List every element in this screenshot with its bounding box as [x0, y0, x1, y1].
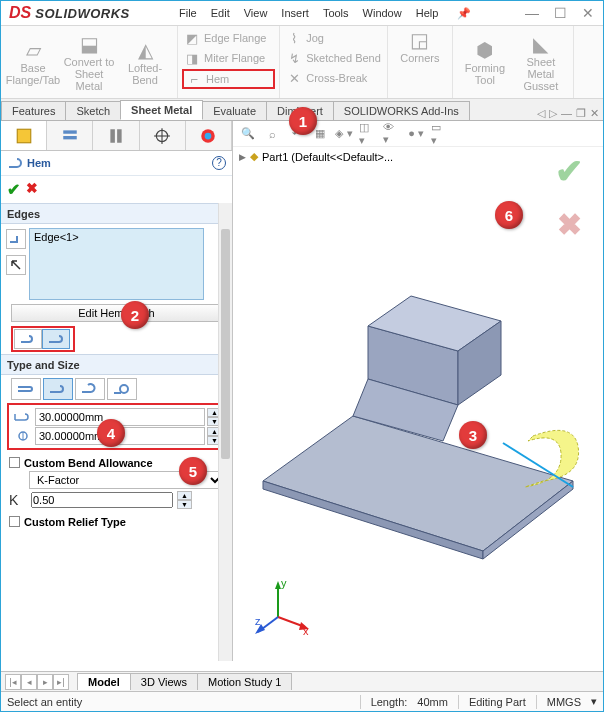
hem-type-group — [11, 378, 222, 400]
close-button[interactable]: ✕ — [577, 5, 599, 21]
menu-insert[interactable]: Insert — [281, 7, 309, 20]
part-name[interactable]: Part1 (Default<<Default>... — [262, 151, 393, 163]
display-style-icon[interactable]: ◫ ▾ — [359, 125, 377, 143]
tab-first-icon[interactable]: |◂ — [5, 674, 21, 690]
reverse-direction-icon[interactable] — [6, 255, 26, 275]
edit-appearance-icon[interactable]: ● ▾ — [407, 125, 425, 143]
hide-show-icon[interactable]: 👁 ▾ — [383, 125, 401, 143]
hem-icon — [7, 155, 23, 171]
cmd-lofted-bend[interactable]: ◭Lofted-Bend — [117, 38, 173, 86]
feature-tree-flyout[interactable]: ▶ ◆ Part1 (Default<<Default>... — [233, 147, 603, 166]
type-closed[interactable] — [11, 378, 41, 400]
svg-rect-1 — [63, 130, 77, 133]
zoom-area-icon[interactable]: ⌕ — [263, 125, 281, 143]
doc-close-icon[interactable]: ✕ — [590, 107, 599, 120]
status-units-dropdown-icon[interactable]: ▾ — [591, 695, 597, 708]
confirmation-corner: ✔ ✖ — [555, 151, 583, 242]
checkbox-icon — [9, 457, 20, 468]
callout-4: 4 — [97, 419, 125, 447]
menu-view[interactable]: View — [244, 7, 268, 20]
callout-3: 3 — [459, 421, 487, 449]
status-prompt: Select an entity — [7, 696, 82, 708]
tab-evaluate[interactable]: Evaluate — [202, 101, 267, 120]
svg-rect-3 — [110, 129, 115, 143]
apply-scene-icon[interactable]: ▭ ▾ — [431, 125, 449, 143]
cmd-corners[interactable]: ◲Corners — [392, 28, 448, 64]
tab-nav-next-icon[interactable]: ▷ — [549, 107, 557, 120]
panel-tab-appearance[interactable] — [186, 121, 232, 150]
menu-help[interactable]: Help — [416, 7, 439, 20]
tab-last-icon[interactable]: ▸| — [53, 674, 69, 690]
position-bend-outside[interactable] — [42, 329, 70, 349]
cmd-base-flange[interactable]: ▱Base Flange/Tab — [5, 38, 61, 86]
accept-feature-icon[interactable]: ✔ — [555, 151, 583, 191]
cmd-jog[interactable]: ⌇Jog — [284, 29, 383, 47]
doc-restore-icon[interactable]: ❐ — [576, 107, 586, 120]
edge-select-tool-icon[interactable] — [6, 229, 26, 249]
cmd-cross-break[interactable]: ✕Cross-Break — [284, 69, 383, 87]
cmd-hem[interactable]: ⌐Hem — [182, 69, 275, 89]
status-length-value: 40mm — [417, 696, 448, 708]
status-units[interactable]: MMGS — [547, 696, 581, 708]
section-type-size[interactable]: Type and Size˄ — [1, 354, 232, 375]
doc-minimize-icon[interactable]: — — [561, 107, 572, 120]
section-edges[interactable]: Edges˄ — [1, 203, 232, 224]
expand-icon[interactable]: ▶ — [239, 152, 246, 162]
cmd-convert-sheet-metal[interactable]: ⬓Convert to Sheet Metal — [61, 32, 117, 92]
edit-hem-width-button[interactable]: Edit Hem Width — [11, 304, 222, 322]
status-mode: Editing Part — [469, 696, 526, 708]
edges-selection-box[interactable]: Edge<1> — [29, 228, 204, 300]
ok-button[interactable]: ✔ — [7, 180, 20, 199]
menu-window[interactable]: Window — [363, 7, 402, 20]
tab-addins[interactable]: SOLIDWORKS Add-Ins — [333, 101, 470, 120]
k-spinner[interactable]: ▲▼ — [177, 491, 192, 509]
type-open[interactable] — [43, 378, 73, 400]
svg-rect-4 — [117, 129, 122, 143]
tab-sheet-metal[interactable]: Sheet Metal — [120, 100, 203, 120]
tab-features[interactable]: Features — [1, 101, 66, 120]
edge-item[interactable]: Edge<1> — [34, 231, 79, 243]
panel-tab-config[interactable] — [93, 121, 139, 150]
type-rolled[interactable] — [107, 378, 137, 400]
cmd-sketched-bend[interactable]: ↯Sketched Bend — [284, 49, 383, 67]
panel-scrollbar[interactable] — [218, 203, 232, 661]
position-material-inside[interactable] — [14, 329, 42, 349]
callout-2: 2 — [121, 301, 149, 329]
menu-file[interactable]: File — [179, 7, 197, 20]
view-triad[interactable]: y x z — [253, 577, 313, 637]
type-tear-drop[interactable] — [75, 378, 105, 400]
btab-motion-study[interactable]: Motion Study 1 — [197, 673, 292, 690]
window-controls: — ☐ ✕ — [521, 5, 599, 21]
panel-tab-property[interactable] — [47, 121, 93, 150]
menu-bar: File Edit View Insert Tools Window Help … — [171, 7, 521, 20]
btab-3d-views[interactable]: 3D Views — [130, 673, 198, 690]
btab-model[interactable]: Model — [77, 673, 131, 690]
maximize-button[interactable]: ☐ — [549, 5, 571, 21]
checkbox-icon — [9, 516, 20, 527]
graphics-viewport[interactable]: 🔍 ⌕ ↶ ▦ ◈ ▾ ◫ ▾ 👁 ▾ ● ▾ ▭ ▾ ▶ ◆ Part1 (D… — [233, 121, 603, 661]
k-factor-field[interactable] — [31, 492, 173, 508]
tab-prev-icon[interactable]: ◂ — [21, 674, 37, 690]
cancel-button[interactable]: ✖ — [26, 180, 38, 199]
app-name: SOLIDWORKS — [35, 6, 130, 21]
view-orientation-icon[interactable]: ◈ ▾ — [335, 125, 353, 143]
custom-relief-type-check[interactable]: Custom Relief Type ˄ — [9, 515, 224, 528]
reject-feature-icon[interactable]: ✖ — [557, 207, 582, 242]
cmd-gusset[interactable]: ◣Sheet Metal Gusset — [513, 32, 569, 92]
tab-sketch[interactable]: Sketch — [65, 101, 121, 120]
cmd-forming-tool[interactable]: ⬢Forming Tool — [457, 38, 513, 86]
callout-1: 1 — [289, 107, 317, 135]
cmd-miter-flange[interactable]: ◨Miter Flange — [182, 49, 275, 67]
help-icon[interactable]: ? — [212, 156, 226, 170]
panel-tab-feature-tree[interactable] — [1, 121, 47, 150]
minimize-button[interactable]: — — [521, 5, 543, 21]
svg-text:x: x — [303, 625, 309, 637]
menu-tools[interactable]: Tools — [323, 7, 349, 20]
panel-tab-dim[interactable] — [140, 121, 186, 150]
zoom-fit-icon[interactable]: 🔍 — [239, 125, 257, 143]
pin-icon[interactable]: 📌 — [457, 7, 471, 20]
cmd-edge-flange[interactable]: ◩Edge Flange — [182, 29, 275, 47]
tab-nav-prev-icon[interactable]: ◁ — [537, 107, 545, 120]
menu-edit[interactable]: Edit — [211, 7, 230, 20]
tab-next-icon[interactable]: ▸ — [37, 674, 53, 690]
